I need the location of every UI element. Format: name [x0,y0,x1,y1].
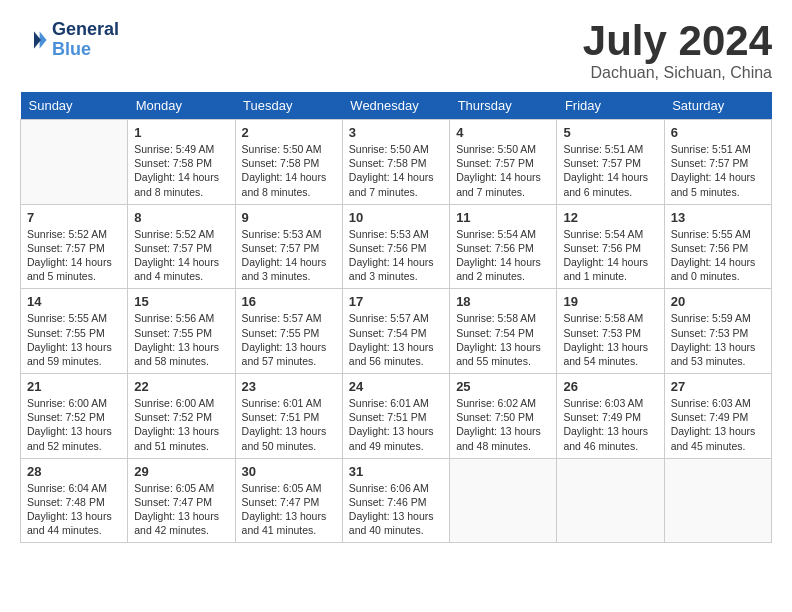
day-number: 12 [563,210,657,225]
day-number: 2 [242,125,336,140]
calendar-cell: 4Sunrise: 5:50 AM Sunset: 7:57 PM Daylig… [450,120,557,205]
calendar-cell: 3Sunrise: 5:50 AM Sunset: 7:58 PM Daylig… [342,120,449,205]
title-block: July 2024 Dachuan, Sichuan, China [583,20,772,82]
calendar-cell: 1Sunrise: 5:49 AM Sunset: 7:58 PM Daylig… [128,120,235,205]
cell-content: Sunrise: 5:51 AM Sunset: 7:57 PM Dayligh… [671,142,765,199]
calendar-cell: 6Sunrise: 5:51 AM Sunset: 7:57 PM Daylig… [664,120,771,205]
calendar-cell: 16Sunrise: 5:57 AM Sunset: 7:55 PM Dayli… [235,289,342,374]
cell-content: Sunrise: 6:03 AM Sunset: 7:49 PM Dayligh… [671,396,765,453]
calendar-cell: 26Sunrise: 6:03 AM Sunset: 7:49 PM Dayli… [557,374,664,459]
month-title: July 2024 [583,20,772,62]
day-number: 24 [349,379,443,394]
calendar-table: SundayMondayTuesdayWednesdayThursdayFrid… [20,92,772,543]
cell-content: Sunrise: 6:05 AM Sunset: 7:47 PM Dayligh… [134,481,228,538]
cell-content: Sunrise: 5:54 AM Sunset: 7:56 PM Dayligh… [456,227,550,284]
day-number: 27 [671,379,765,394]
calendar-cell: 22Sunrise: 6:00 AM Sunset: 7:52 PM Dayli… [128,374,235,459]
day-number: 4 [456,125,550,140]
logo-icon [20,26,48,54]
day-number: 16 [242,294,336,309]
cell-content: Sunrise: 5:53 AM Sunset: 7:56 PM Dayligh… [349,227,443,284]
calendar-cell: 23Sunrise: 6:01 AM Sunset: 7:51 PM Dayli… [235,374,342,459]
calendar-cell [450,458,557,543]
day-number: 9 [242,210,336,225]
weekday-header: Saturday [664,92,771,120]
calendar-cell: 10Sunrise: 5:53 AM Sunset: 7:56 PM Dayli… [342,204,449,289]
calendar-cell: 25Sunrise: 6:02 AM Sunset: 7:50 PM Dayli… [450,374,557,459]
cell-content: Sunrise: 5:50 AM Sunset: 7:58 PM Dayligh… [242,142,336,199]
weekday-header-row: SundayMondayTuesdayWednesdayThursdayFrid… [21,92,772,120]
calendar-cell [21,120,128,205]
cell-content: Sunrise: 6:01 AM Sunset: 7:51 PM Dayligh… [349,396,443,453]
cell-content: Sunrise: 6:06 AM Sunset: 7:46 PM Dayligh… [349,481,443,538]
calendar-cell [664,458,771,543]
day-number: 5 [563,125,657,140]
cell-content: Sunrise: 5:57 AM Sunset: 7:54 PM Dayligh… [349,311,443,368]
day-number: 15 [134,294,228,309]
cell-content: Sunrise: 5:58 AM Sunset: 7:53 PM Dayligh… [563,311,657,368]
cell-content: Sunrise: 6:00 AM Sunset: 7:52 PM Dayligh… [27,396,121,453]
cell-content: Sunrise: 6:03 AM Sunset: 7:49 PM Dayligh… [563,396,657,453]
day-number: 6 [671,125,765,140]
cell-content: Sunrise: 6:02 AM Sunset: 7:50 PM Dayligh… [456,396,550,453]
calendar-cell: 19Sunrise: 5:58 AM Sunset: 7:53 PM Dayli… [557,289,664,374]
cell-content: Sunrise: 5:55 AM Sunset: 7:55 PM Dayligh… [27,311,121,368]
calendar-cell: 20Sunrise: 5:59 AM Sunset: 7:53 PM Dayli… [664,289,771,374]
cell-content: Sunrise: 5:53 AM Sunset: 7:57 PM Dayligh… [242,227,336,284]
logo: General Blue [20,20,119,60]
day-number: 13 [671,210,765,225]
day-number: 17 [349,294,443,309]
cell-content: Sunrise: 5:50 AM Sunset: 7:57 PM Dayligh… [456,142,550,199]
cell-content: Sunrise: 6:04 AM Sunset: 7:48 PM Dayligh… [27,481,121,538]
cell-content: Sunrise: 5:55 AM Sunset: 7:56 PM Dayligh… [671,227,765,284]
cell-content: Sunrise: 5:51 AM Sunset: 7:57 PM Dayligh… [563,142,657,199]
day-number: 31 [349,464,443,479]
calendar-cell: 30Sunrise: 6:05 AM Sunset: 7:47 PM Dayli… [235,458,342,543]
weekday-header: Tuesday [235,92,342,120]
calendar-cell: 14Sunrise: 5:55 AM Sunset: 7:55 PM Dayli… [21,289,128,374]
cell-content: Sunrise: 5:52 AM Sunset: 7:57 PM Dayligh… [134,227,228,284]
calendar-cell: 31Sunrise: 6:06 AM Sunset: 7:46 PM Dayli… [342,458,449,543]
cell-content: Sunrise: 5:54 AM Sunset: 7:56 PM Dayligh… [563,227,657,284]
weekday-header: Thursday [450,92,557,120]
calendar-cell: 5Sunrise: 5:51 AM Sunset: 7:57 PM Daylig… [557,120,664,205]
day-number: 23 [242,379,336,394]
calendar-cell: 9Sunrise: 5:53 AM Sunset: 7:57 PM Daylig… [235,204,342,289]
day-number: 20 [671,294,765,309]
calendar-week-row: 14Sunrise: 5:55 AM Sunset: 7:55 PM Dayli… [21,289,772,374]
weekday-header: Wednesday [342,92,449,120]
calendar-week-row: 1Sunrise: 5:49 AM Sunset: 7:58 PM Daylig… [21,120,772,205]
cell-content: Sunrise: 5:52 AM Sunset: 7:57 PM Dayligh… [27,227,121,284]
day-number: 26 [563,379,657,394]
day-number: 21 [27,379,121,394]
day-number: 1 [134,125,228,140]
calendar-cell: 7Sunrise: 5:52 AM Sunset: 7:57 PM Daylig… [21,204,128,289]
calendar-cell: 8Sunrise: 5:52 AM Sunset: 7:57 PM Daylig… [128,204,235,289]
calendar-cell [557,458,664,543]
day-number: 10 [349,210,443,225]
cell-content: Sunrise: 6:05 AM Sunset: 7:47 PM Dayligh… [242,481,336,538]
calendar-week-row: 28Sunrise: 6:04 AM Sunset: 7:48 PM Dayli… [21,458,772,543]
calendar-cell: 13Sunrise: 5:55 AM Sunset: 7:56 PM Dayli… [664,204,771,289]
calendar-week-row: 7Sunrise: 5:52 AM Sunset: 7:57 PM Daylig… [21,204,772,289]
day-number: 29 [134,464,228,479]
day-number: 28 [27,464,121,479]
calendar-cell: 28Sunrise: 6:04 AM Sunset: 7:48 PM Dayli… [21,458,128,543]
calendar-cell: 11Sunrise: 5:54 AM Sunset: 7:56 PM Dayli… [450,204,557,289]
cell-content: Sunrise: 5:56 AM Sunset: 7:55 PM Dayligh… [134,311,228,368]
cell-content: Sunrise: 5:58 AM Sunset: 7:54 PM Dayligh… [456,311,550,368]
calendar-cell: 18Sunrise: 5:58 AM Sunset: 7:54 PM Dayli… [450,289,557,374]
logo-text: General Blue [52,20,119,60]
cell-content: Sunrise: 5:50 AM Sunset: 7:58 PM Dayligh… [349,142,443,199]
cell-content: Sunrise: 6:01 AM Sunset: 7:51 PM Dayligh… [242,396,336,453]
calendar-cell: 24Sunrise: 6:01 AM Sunset: 7:51 PM Dayli… [342,374,449,459]
calendar-cell: 12Sunrise: 5:54 AM Sunset: 7:56 PM Dayli… [557,204,664,289]
calendar-cell: 2Sunrise: 5:50 AM Sunset: 7:58 PM Daylig… [235,120,342,205]
day-number: 3 [349,125,443,140]
calendar-cell: 27Sunrise: 6:03 AM Sunset: 7:49 PM Dayli… [664,374,771,459]
calendar-cell: 15Sunrise: 5:56 AM Sunset: 7:55 PM Dayli… [128,289,235,374]
weekday-header: Friday [557,92,664,120]
calendar-week-row: 21Sunrise: 6:00 AM Sunset: 7:52 PM Dayli… [21,374,772,459]
day-number: 11 [456,210,550,225]
day-number: 7 [27,210,121,225]
